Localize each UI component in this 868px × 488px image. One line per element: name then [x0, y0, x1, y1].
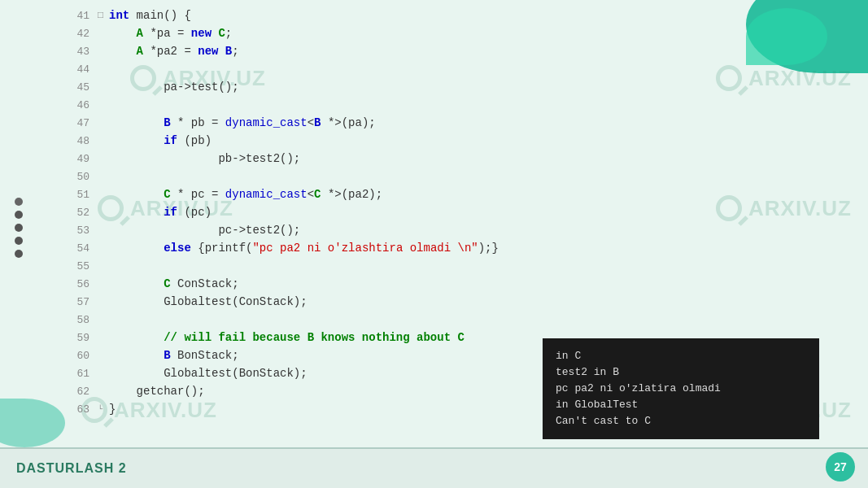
- line-number-59: 59: [65, 329, 98, 346]
- code-line-57: 57 Globaltest(ConStack);: [65, 293, 868, 311]
- nav-dot-4[interactable]: [15, 237, 23, 245]
- line-number-62: 62: [65, 382, 98, 400]
- fold-marker-44: [98, 60, 109, 78]
- fold-marker-63: └: [98, 400, 109, 418]
- code-line-42: 42 A *pa = new C;: [65, 24, 868, 42]
- code-line-52: 52 if (pc): [65, 203, 868, 221]
- line-number-45: 45: [65, 78, 98, 96]
- line-number-60: 60: [65, 346, 98, 364]
- code-content-46: [109, 96, 868, 114]
- fold-marker-50: [98, 168, 109, 185]
- code-content-51: C * pc = dynamic_cast<C *>(pa2);: [109, 185, 868, 203]
- line-number-41: 41: [65, 7, 98, 24]
- code-content-50: [109, 168, 868, 185]
- fold-marker-59: [98, 329, 109, 346]
- fold-marker-58: [98, 311, 109, 329]
- fold-marker-61: [98, 364, 109, 382]
- code-line-51: 51 C * pc = dynamic_cast<C *>(pa2);: [65, 185, 868, 203]
- line-number-48: 48: [65, 132, 98, 150]
- code-line-50: 50: [65, 168, 868, 185]
- fold-marker-43: [98, 42, 109, 60]
- code-content-56: C ConStack;: [109, 275, 868, 293]
- code-line-45: 45 pa->test();: [65, 78, 868, 96]
- fold-marker-53: [98, 221, 109, 239]
- nav-dot-5[interactable]: [15, 250, 23, 258]
- bottom-bar-title: DASTURLASH 2: [16, 461, 127, 476]
- code-line-56: 56 C ConStack;: [65, 275, 868, 293]
- code-content-55: [109, 257, 868, 275]
- fold-marker-49: [98, 150, 109, 168]
- main-content: 41 □ int main() { 42 A *pa = new C; 43 A…: [0, 0, 868, 488]
- code-content-42: A *pa = new C;: [109, 24, 868, 42]
- fold-marker-42: [98, 24, 109, 42]
- code-line-46: 46: [65, 96, 868, 114]
- line-number-54: 54: [65, 239, 98, 257]
- line-number-53: 53: [65, 221, 98, 239]
- code-content-49: pb->test2();: [109, 150, 868, 168]
- fold-marker-47: [98, 114, 109, 132]
- line-number-57: 57: [65, 293, 98, 311]
- page-number-badge: 27: [826, 452, 855, 481]
- line-number-63: 63: [65, 400, 98, 418]
- line-number-61: 61: [65, 364, 98, 382]
- fold-marker-52: [98, 203, 109, 221]
- line-number-49: 49: [65, 150, 98, 168]
- line-number-50: 50: [65, 168, 98, 185]
- line-number-46: 46: [65, 96, 98, 114]
- fold-marker-48: [98, 132, 109, 150]
- terminal-line-5: Can't cast to C: [556, 413, 806, 429]
- line-number-43: 43: [65, 42, 98, 60]
- code-content-54: else {printf("pc pa2 ni o'zlashtira olma…: [109, 239, 868, 257]
- fold-marker-57: [98, 293, 109, 311]
- code-content-52: if (pc): [109, 203, 868, 221]
- code-line-53: 53 pc->test2();: [65, 221, 868, 239]
- code-content-53: pc->test2();: [109, 221, 868, 239]
- code-line-54: 54 else {printf("pc pa2 ni o'zlashtira o…: [65, 239, 868, 257]
- code-content-41: int main() {: [109, 7, 868, 24]
- fold-marker-54: [98, 239, 109, 257]
- nav-dot-1[interactable]: [15, 198, 23, 206]
- fold-marker-55: [98, 257, 109, 275]
- bottom-bar: DASTURLASH 2: [0, 447, 868, 488]
- line-number-51: 51: [65, 185, 98, 203]
- fold-marker-46: [98, 96, 109, 114]
- terminal-line-1: in C: [556, 348, 806, 364]
- fold-marker-45: [98, 78, 109, 96]
- line-number-58: 58: [65, 311, 98, 329]
- nav-dot-2[interactable]: [15, 211, 23, 219]
- line-number-44: 44: [65, 60, 98, 78]
- line-number-52: 52: [65, 203, 98, 221]
- line-number-42: 42: [65, 24, 98, 42]
- dots-navigation: [15, 198, 23, 258]
- code-line-55: 55: [65, 257, 868, 275]
- fold-marker-56: [98, 275, 109, 293]
- line-number-56: 56: [65, 275, 98, 293]
- nav-dot-3[interactable]: [15, 224, 23, 232]
- fold-marker-51: [98, 185, 109, 203]
- code-content-58: [109, 311, 868, 329]
- terminal-line-3: pc pa2 ni o'zlatira olmadi: [556, 381, 806, 397]
- fold-marker-60: [98, 346, 109, 364]
- code-content-57: Globaltest(ConStack);: [109, 293, 868, 311]
- code-line-47: 47 B * pb = dynamic_cast<B *>(pa);: [65, 114, 868, 132]
- code-line-41: 41 □ int main() {: [65, 7, 868, 24]
- line-number-55: 55: [65, 257, 98, 275]
- code-line-48: 48 if (pb): [65, 132, 868, 150]
- code-content-47: B * pb = dynamic_cast<B *>(pa);: [109, 114, 868, 132]
- code-line-44: 44: [65, 60, 868, 78]
- line-number-47: 47: [65, 114, 98, 132]
- code-line-43: 43 A *pa2 = new B;: [65, 42, 868, 60]
- code-line-49: 49 pb->test2();: [65, 150, 868, 168]
- terminal-output: in C test2 in B pc pa2 ni o'zlatira olma…: [543, 338, 819, 439]
- code-line-58: 58: [65, 311, 868, 329]
- code-content-48: if (pb): [109, 132, 868, 150]
- code-content-45: pa->test();: [109, 78, 868, 96]
- fold-marker-41[interactable]: □: [98, 7, 109, 24]
- terminal-line-4: in GlobalTest: [556, 397, 806, 413]
- code-content-44: [109, 60, 868, 78]
- terminal-line-2: test2 in B: [556, 364, 806, 381]
- code-content-43: A *pa2 = new B;: [109, 42, 868, 60]
- fold-marker-62: [98, 382, 109, 400]
